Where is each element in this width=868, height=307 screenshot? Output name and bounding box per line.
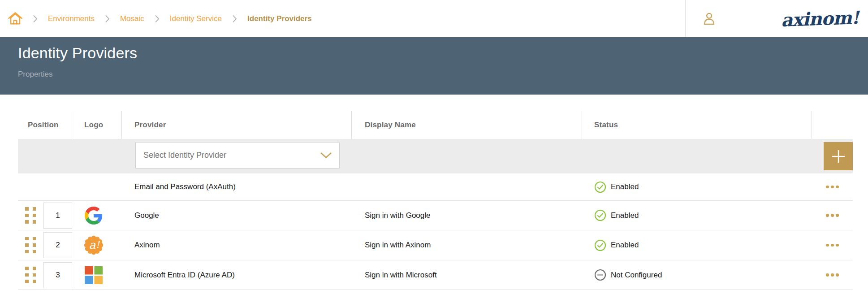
status-cell: Enabled <box>582 201 812 230</box>
breadcrumb: Environments Mosaic Identity Service Ide… <box>0 0 685 37</box>
select-placeholder: Select Identity Provider <box>143 151 226 160</box>
logo-cell <box>72 201 122 230</box>
provider-cell: Axinom <box>122 230 352 260</box>
provider-cell: Email and Password (AxAuth) <box>122 173 352 200</box>
status-cell: Enabled <box>582 173 812 200</box>
status-badge: Not Configured <box>611 271 662 280</box>
home-icon[interactable] <box>8 12 22 26</box>
page-title: Identity Providers <box>18 43 868 62</box>
drag-handle-icon[interactable] <box>25 237 36 254</box>
column-header-provider: Provider <box>122 111 352 139</box>
check-circle-icon <box>594 181 606 193</box>
row-actions-button[interactable] <box>821 239 843 251</box>
axinom-logo: axinom! <box>781 7 859 30</box>
display-name-cell: Sign in with Microsoft <box>352 260 582 290</box>
position-value: 1 <box>43 203 72 229</box>
add-provider-row: Select Identity Provider <box>18 139 853 173</box>
table-row: 3 Microsoft Entra ID (Azure AD) Sign in … <box>18 260 853 290</box>
display-name-cell: Sign in with Google <box>352 201 582 230</box>
row-actions-button[interactable] <box>821 209 843 221</box>
position-value: 2 <box>43 232 72 258</box>
topbar: Environments Mosaic Identity Service Ide… <box>0 0 868 37</box>
position-cell <box>18 173 72 200</box>
add-provider-button[interactable] <box>824 142 853 170</box>
breadcrumb-item-mosaic[interactable]: Mosaic <box>120 14 144 23</box>
column-header-status: Status <box>582 111 812 139</box>
page-header: Identity Providers Properties <box>0 37 868 95</box>
display-name-cell <box>352 173 582 200</box>
page-subtitle: Properties <box>18 70 868 79</box>
status-badge: Enabled <box>611 211 639 220</box>
check-circle-icon <box>594 239 606 251</box>
breadcrumb-item-identity-providers: Identity Providers <box>247 14 312 23</box>
status-cell: Not Configured <box>582 260 812 290</box>
topbar-right: axinom! <box>685 0 868 37</box>
plus-icon <box>831 149 846 164</box>
position-cell: 1 <box>18 201 72 230</box>
status-cell: Enabled <box>582 230 812 260</box>
svg-text:a: a <box>89 238 95 251</box>
logo-cell <box>72 173 122 200</box>
status-badge: Enabled <box>611 182 639 191</box>
provider-cell: Microsoft Entra ID (Azure AD) <box>122 260 352 290</box>
table-row: 2 a ! Axinom Sign in with Axinom Enabled <box>18 230 853 260</box>
row-actions-button[interactable] <box>821 181 843 193</box>
chevron-down-icon <box>320 152 332 159</box>
chevron-right-icon <box>105 15 110 23</box>
chevron-right-icon <box>33 15 38 23</box>
column-header-display-name: Display Name <box>352 111 582 139</box>
google-logo <box>85 207 103 225</box>
column-header-position: Position <box>18 111 72 139</box>
position-cell: 3 <box>18 260 72 290</box>
logo-cell: a ! <box>72 230 122 260</box>
breadcrumb-item-identity-service[interactable]: Identity Service <box>170 14 222 23</box>
row-actions-button[interactable] <box>821 269 843 281</box>
status-badge: Enabled <box>611 241 639 250</box>
position-cell: 2 <box>18 230 72 260</box>
display-name-cell: Sign in with Axinom <box>352 230 582 260</box>
identity-provider-select[interactable]: Select Identity Provider <box>135 142 340 169</box>
position-value: 3 <box>43 262 72 288</box>
identity-providers-table: Position Logo Provider Display Name Stat… <box>18 111 853 290</box>
provider-cell: Google <box>122 201 352 230</box>
drag-handle-icon[interactable] <box>25 267 36 283</box>
microsoft-logo <box>85 266 103 284</box>
drag-handle-icon[interactable] <box>25 207 36 224</box>
table-row: Email and Password (AxAuth) Enabled <box>18 173 853 201</box>
breadcrumb-item-environments[interactable]: Environments <box>48 14 95 23</box>
check-circle-icon <box>594 209 606 221</box>
user-icon[interactable] <box>702 11 717 26</box>
chevron-right-icon <box>232 15 237 23</box>
axinom-badge-logo: a ! <box>84 235 104 255</box>
minus-circle-icon <box>594 269 606 281</box>
logo-cell <box>72 260 122 290</box>
column-header-actions <box>812 111 853 139</box>
chevron-right-icon <box>155 15 160 23</box>
table-row: 1 Google Sign in with Google Enabled <box>18 201 853 230</box>
table-header-row: Position Logo Provider Display Name Stat… <box>18 111 853 139</box>
column-header-logo: Logo <box>72 111 122 139</box>
